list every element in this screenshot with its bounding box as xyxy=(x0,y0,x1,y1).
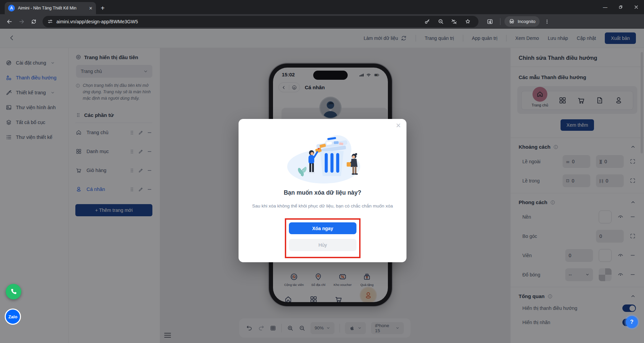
browser-tab[interactable]: A Aimini - Nền Tảng Thiết Kế Min ✕ xyxy=(5,2,96,14)
delete-now-button[interactable]: Xóa ngay xyxy=(289,222,356,234)
address-bar[interactable]: aimini.vn/app/design-app/BWMe3GW5 xyxy=(43,16,478,27)
site-settings-icon[interactable] xyxy=(47,19,53,24)
delete-confirm-dialog: ✕ xyxy=(239,119,406,262)
browser-reload-button[interactable] xyxy=(28,16,40,28)
restore-button[interactable] xyxy=(613,0,628,14)
phone-call-fab[interactable] xyxy=(6,284,21,299)
divider xyxy=(500,18,500,25)
zoom-out-page-icon[interactable] xyxy=(435,16,447,28)
cancel-button[interactable]: Hủy xyxy=(289,239,356,251)
incognito-icon xyxy=(509,18,515,25)
window-controls: — xyxy=(597,0,644,14)
dialog-title: Bạn muốn xóa dữ liệu này? xyxy=(239,189,406,196)
browser-tab-bar: A Aimini - Nền Tảng Thiết Kế Min ✕ + — xyxy=(0,0,644,14)
url-text[interactable]: aimini.vn/app/design-app/BWMe3GW5 xyxy=(56,19,138,24)
help-fab[interactable]: ? xyxy=(626,316,638,328)
password-key-icon[interactable] xyxy=(421,16,433,28)
trash-illustration xyxy=(280,132,365,186)
zalo-fab[interactable]: Zalo xyxy=(5,309,21,325)
close-window-button[interactable] xyxy=(628,0,644,14)
tab-title: Aimini - Nền Tảng Thiết Kế Min xyxy=(18,6,82,10)
browser-forward-button[interactable] xyxy=(16,16,28,28)
minimize-button[interactable]: — xyxy=(597,0,613,14)
new-tab-button[interactable]: + xyxy=(101,4,105,12)
incognito-label: Incognito xyxy=(518,19,536,24)
zalo-label: Zalo xyxy=(8,314,18,319)
incognito-badge: Incognito xyxy=(504,16,540,27)
tab-close-icon[interactable]: ✕ xyxy=(89,6,93,11)
browser-menu-icon[interactable] xyxy=(541,16,553,28)
browser-url-bar: aimini.vn/app/design-app/BWMe3GW5 Incogn… xyxy=(0,14,644,29)
site-favicon: A xyxy=(8,5,15,11)
bookmark-star-icon[interactable] xyxy=(462,16,474,28)
phone-call-icon xyxy=(10,288,17,295)
browser-back-button[interactable] xyxy=(3,16,16,28)
dialog-subtitle: Sau khi xóa không thể khôi phục dữ liệu,… xyxy=(239,203,406,209)
close-icon[interactable]: ✕ xyxy=(396,122,401,129)
help-label: ? xyxy=(630,319,634,325)
side-panel-icon[interactable] xyxy=(484,16,496,28)
hidden-eye-icon[interactable] xyxy=(448,16,460,28)
